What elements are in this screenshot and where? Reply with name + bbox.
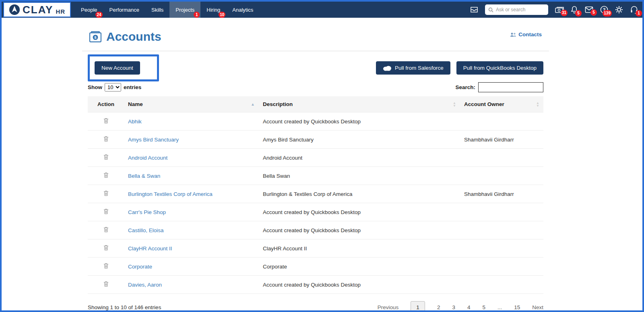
pagination-next[interactable]: Next xyxy=(532,304,543,310)
nav-item-label: People xyxy=(81,7,97,13)
header-name[interactable]: Name ▲ xyxy=(124,96,259,112)
table-row: Carr's Pie Shop Account created by Quick… xyxy=(88,203,543,221)
account-name-link[interactable]: ClayHR Account II xyxy=(128,245,172,252)
nav-item-label: Performance xyxy=(109,7,139,13)
delete-icon[interactable] xyxy=(103,245,109,252)
table-row: Android Account Android Account xyxy=(88,149,543,167)
account-name-link[interactable]: Davies, Aaron xyxy=(128,282,162,288)
delete-icon[interactable] xyxy=(103,190,109,198)
table-row: Abhik Account created by Quickbooks Desk… xyxy=(88,112,543,131)
sort-both-icon: ▲▼ xyxy=(536,102,539,107)
delete-icon[interactable] xyxy=(103,281,109,288)
page-title: $ Accounts xyxy=(89,30,161,44)
sort-both-icon: ▲▼ xyxy=(453,102,456,107)
brand-suffix: HR xyxy=(56,8,65,15)
accounts-page: $ Accounts Contacts New Account Pull fro… xyxy=(88,18,543,312)
nav-item-label: Analytics xyxy=(232,7,253,13)
account-description: ClayHR Account II xyxy=(259,239,460,258)
table-row: Bella & Swan Bella Swan xyxy=(88,167,543,185)
delete-icon[interactable] xyxy=(103,172,109,179)
brand-name: CLAY xyxy=(23,4,53,16)
nav-item-performance[interactable]: Performance xyxy=(103,2,145,18)
search-icon xyxy=(488,7,493,12)
contacts-icon xyxy=(510,32,516,37)
delete-icon[interactable] xyxy=(103,227,109,234)
support-headset-icon[interactable]: 1 xyxy=(630,6,638,14)
account-name-link[interactable]: Bella & Swan xyxy=(128,173,160,179)
help-icon[interactable]: ? 139 xyxy=(600,6,608,14)
help-badge: 139 xyxy=(603,10,612,17)
account-owner xyxy=(460,149,543,167)
pagination-previous[interactable]: Previous xyxy=(378,304,399,310)
nav-item-label: Projects xyxy=(175,7,194,13)
table-row: Corporate Corporate xyxy=(88,258,543,276)
pagination-page-5[interactable]: 5 xyxy=(482,304,485,310)
delete-icon[interactable] xyxy=(103,154,109,161)
header-account-owner[interactable]: Account Owner ▲▼ xyxy=(460,96,543,112)
settings-gear-icon[interactable] xyxy=(615,6,623,14)
notifications-bell-icon[interactable]: 5 xyxy=(571,6,578,14)
account-name-link[interactable]: Carr's Pie Shop xyxy=(128,209,166,215)
nav-utilities: 31 5 5 ? 139 1 xyxy=(470,2,642,18)
header-description[interactable]: Description ▲▼ xyxy=(259,96,460,112)
nav-item-projects[interactable]: Projects 1 xyxy=(169,2,200,18)
nav-item-hiring[interactable]: Hiring 10 xyxy=(200,2,226,18)
account-name-link[interactable]: Corporate xyxy=(128,264,152,270)
pull-quickbooks-button[interactable]: Pull from QuickBooks Desktop xyxy=(456,61,543,75)
nav-item-label: Skills xyxy=(151,7,163,13)
table-row: Amys Bird Sanctuary Amys Bird Sanctuary … xyxy=(88,131,543,149)
account-owner: Shambhavii Girdharr xyxy=(460,131,543,149)
nav-item-people[interactable]: People 24 xyxy=(75,2,103,18)
accounts-icon: $ xyxy=(89,31,101,42)
pagination-page-2[interactable]: 2 xyxy=(437,304,440,310)
delete-icon[interactable] xyxy=(103,263,109,270)
account-description: Corporate xyxy=(259,258,460,276)
account-owner xyxy=(460,203,543,221)
pagination-page-4[interactable]: 4 xyxy=(467,304,471,310)
clayhr-logo-icon xyxy=(9,4,20,15)
account-name-link[interactable]: Android Account xyxy=(128,155,167,161)
messages-badge: 5 xyxy=(590,9,597,16)
account-name-link[interactable]: Abhik xyxy=(128,119,142,125)
account-description: Account created by Quickbooks Desktop xyxy=(259,276,460,294)
global-search-input[interactable] xyxy=(496,7,545,12)
projects-badge: 1 xyxy=(194,12,200,18)
clayhr-logo[interactable]: CLAY HR xyxy=(3,2,71,17)
pagination-ellipsis: ... xyxy=(497,304,502,310)
account-description: Android Account xyxy=(259,149,460,167)
payroll-money-icon[interactable]: 31 xyxy=(555,6,564,13)
nav-item-skills[interactable]: Skills xyxy=(145,2,169,18)
messages-mail-icon[interactable]: 5 xyxy=(585,6,593,13)
entries-select[interactable]: 10 xyxy=(105,83,121,92)
account-description: Account created by Quickbooks Desktop xyxy=(259,221,460,239)
global-search[interactable] xyxy=(485,4,548,15)
account-owner xyxy=(460,221,543,239)
cloud-icon xyxy=(383,65,392,71)
nav-item-analytics[interactable]: Analytics xyxy=(226,2,259,18)
pagination-page-1[interactable]: 1 xyxy=(411,301,425,312)
pagination: Previous 1 2 3 4 5 ... 15 Next xyxy=(378,301,543,312)
account-name-link[interactable]: Burlington Textiles Corp of America xyxy=(128,191,213,197)
account-owner xyxy=(460,167,543,185)
table-search-label: Search: xyxy=(455,84,475,90)
table-header-row: Action Name ▲ Description ▲▼ Account Own… xyxy=(88,96,543,112)
contacts-link[interactable]: Contacts xyxy=(510,31,542,37)
inbox-icon[interactable] xyxy=(470,6,478,13)
title-divider xyxy=(82,51,549,51)
sort-ascending-icon: ▲ xyxy=(251,102,255,106)
delete-icon[interactable] xyxy=(103,136,109,143)
account-name-link[interactable]: Amys Bird Sanctuary xyxy=(128,137,179,143)
notifications-badge: 5 xyxy=(575,10,582,17)
nav-item-label: Hiring xyxy=(206,7,220,13)
table-row: Burlington Textiles Corp of America Burl… xyxy=(88,185,543,203)
pagination-page-15[interactable]: 15 xyxy=(514,304,520,310)
pagination-page-3[interactable]: 3 xyxy=(452,304,455,310)
table-search-input[interactable] xyxy=(478,82,543,92)
delete-icon[interactable] xyxy=(103,208,109,216)
hiring-badge: 10 xyxy=(219,12,225,18)
app-window: CLAY HR People 24 Performance Skills Pro… xyxy=(0,0,644,312)
pull-salesforce-button[interactable]: Pull from Salesforce xyxy=(376,61,450,75)
delete-icon[interactable] xyxy=(103,118,109,125)
account-name-link[interactable]: Castillo, Eloisa xyxy=(128,227,164,233)
new-account-button[interactable]: New Account xyxy=(95,61,140,75)
